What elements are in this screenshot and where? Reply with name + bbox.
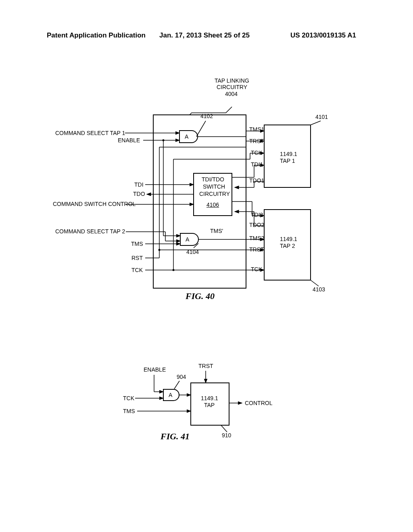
fig41-gate-ref: 904	[177, 374, 186, 380]
fig41-control: CONTROL	[245, 400, 272, 406]
fig41-gate-a: A	[169, 392, 172, 398]
fig41-trst: TRST	[198, 363, 213, 369]
fig41-enable: ENABLE	[144, 366, 166, 373]
fig41-block-ref: 910	[222, 432, 231, 438]
fig41-block-id: 1149.1	[201, 395, 218, 401]
fig41-svg	[0, 0, 413, 532]
fig41-tms: TMS	[123, 408, 135, 414]
fig41-tck: TCK	[123, 395, 134, 401]
fig41-block-name: TAP	[204, 402, 215, 408]
fig41-caption: FIG. 41	[161, 431, 190, 442]
